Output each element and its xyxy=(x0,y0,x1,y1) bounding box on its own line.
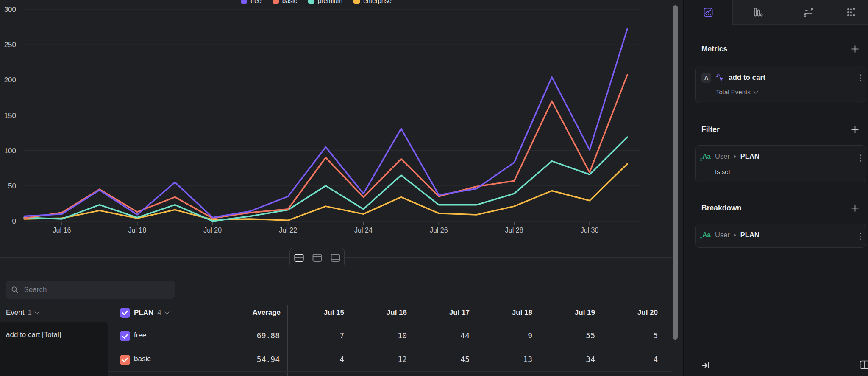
tab-more-charts[interactable] xyxy=(834,0,868,25)
date-column-header[interactable]: Jul 17 xyxy=(449,305,470,321)
row-value: 34 xyxy=(586,355,595,364)
check-icon xyxy=(120,331,130,341)
row-value: 12 xyxy=(398,355,407,364)
filter-scope: User xyxy=(715,152,730,160)
measure-label: Total Events xyxy=(716,88,751,95)
split-view-button[interactable] xyxy=(290,248,308,267)
breakdown-section-title: Breakdown xyxy=(701,204,741,213)
kebab-menu-icon[interactable] xyxy=(860,73,861,83)
table-row-basic: basic54.944124513344 xyxy=(0,348,683,372)
filter-card[interactable]: Aa User PLAN Is set xyxy=(695,145,866,182)
legend-item-enterprise[interactable]: enterprise xyxy=(353,0,392,4)
measure-dropdown[interactable]: Total Events xyxy=(716,88,757,95)
tab-line-chart[interactable] xyxy=(684,0,732,25)
x-axis-label: Jul 22 xyxy=(279,227,297,234)
date-column-headers: Jul 15Jul 16Jul 17Jul 18Jul 19Jul 20 xyxy=(0,305,683,321)
row-label: basic xyxy=(134,355,151,363)
string-property-icon: Aa xyxy=(702,153,710,160)
row-average: 69.88 xyxy=(257,331,280,340)
columns-layout-icon[interactable] xyxy=(860,360,868,370)
legend-label: free xyxy=(250,0,262,4)
plus-icon xyxy=(851,125,860,134)
legend-swatch xyxy=(273,0,279,4)
row-label: free xyxy=(134,331,146,340)
legend-item-free[interactable]: free xyxy=(241,0,262,4)
row-checkbox[interactable] xyxy=(120,331,130,341)
add-breakdown-button[interactable] xyxy=(851,204,860,214)
table-only-view-icon xyxy=(330,253,341,263)
y-axis-label: 250 xyxy=(4,41,16,49)
line-chart-icon xyxy=(703,7,713,17)
table-row-free: free69.88710449555 xyxy=(0,324,683,348)
split-view-icon xyxy=(293,253,305,263)
kebab-menu-icon[interactable] xyxy=(860,231,861,241)
kebab-menu-icon[interactable] xyxy=(860,153,861,163)
date-column-header[interactable]: Jul 19 xyxy=(575,305,595,321)
triangle-right-icon xyxy=(734,155,736,158)
metric-event-name: add to cart xyxy=(729,73,765,82)
flow-stream-icon xyxy=(803,7,814,17)
series-line-free xyxy=(24,29,627,218)
x-axis-label: Jul 20 xyxy=(203,227,222,234)
date-column-header[interactable]: Jul 16 xyxy=(387,305,407,321)
date-column-header[interactable]: Jul 20 xyxy=(637,305,658,321)
chart-only-view-button[interactable] xyxy=(308,248,326,267)
legend-label: enterprise xyxy=(363,0,392,4)
legend-item-premium[interactable]: premium xyxy=(308,0,342,4)
breakdown-card[interactable]: Aa User PLAN xyxy=(695,224,866,248)
filter-property: PLAN xyxy=(740,152,760,160)
grid-dots-icon xyxy=(846,7,856,17)
row-value: 9 xyxy=(528,331,532,340)
event-click-icon xyxy=(715,73,725,83)
row-value: 4 xyxy=(653,355,658,364)
filter-section-title: Filter xyxy=(701,125,720,134)
table-row-premium: premium33.0053235230 xyxy=(0,372,683,376)
y-axis-label: 50 xyxy=(8,182,16,190)
query-builder-sidebar: Metrics A add to cart Total Events Filte… xyxy=(683,0,868,376)
x-axis-label: Jul 30 xyxy=(581,227,599,234)
search-box xyxy=(6,281,175,299)
sidebar-tabbar xyxy=(684,0,868,25)
metric-badge: A xyxy=(701,73,711,83)
add-filter-button[interactable] xyxy=(851,125,860,136)
metrics-section-title: Metrics xyxy=(701,45,727,53)
chevron-down-icon xyxy=(753,89,758,93)
date-column-header[interactable]: Jul 18 xyxy=(512,305,532,321)
plus-icon xyxy=(851,45,860,53)
legend-swatch xyxy=(241,0,247,4)
y-axis-label: 200 xyxy=(4,76,16,84)
row-value: 4 xyxy=(339,355,344,364)
x-axis-label: Jul 26 xyxy=(430,227,448,234)
search-input[interactable] xyxy=(23,285,170,295)
row-value: 45 xyxy=(460,355,470,364)
main-area: 050100150200250300Jul 16Jul 18Jul 20Jul … xyxy=(0,0,683,376)
row-average: 54.94 xyxy=(257,355,280,364)
legend-swatch xyxy=(353,0,360,4)
row-value: 5 xyxy=(653,331,658,340)
y-axis-label: 100 xyxy=(4,147,16,155)
check-icon xyxy=(120,355,130,365)
row-value: 55 xyxy=(586,331,595,340)
row-value: 7 xyxy=(339,331,344,340)
tab-flow[interactable] xyxy=(783,0,834,25)
table-only-view-button[interactable] xyxy=(326,248,344,267)
chart-legend: freebasicpremiumenterprise xyxy=(241,0,392,5)
date-column-header[interactable]: Jul 15 xyxy=(324,305,344,321)
x-axis-label: Jul 28 xyxy=(505,227,523,234)
search-icon xyxy=(11,286,19,294)
filter-condition[interactable]: Is set xyxy=(715,168,730,175)
tab-bar-chart[interactable] xyxy=(732,0,783,25)
x-axis-label: Jul 16 xyxy=(53,227,71,234)
row-checkbox[interactable] xyxy=(120,355,130,365)
add-metric-button[interactable] xyxy=(851,45,860,55)
row-value: 44 xyxy=(460,331,470,340)
table-body: free69.88710449555basic54.944124513344pr… xyxy=(0,324,683,376)
metric-card[interactable]: A add to cart Total Events xyxy=(695,66,866,103)
vertical-scrollbar[interactable] xyxy=(673,5,678,340)
breakdown-property: PLAN xyxy=(740,231,760,239)
legend-item-basic[interactable]: basic xyxy=(273,0,297,4)
sidebar-bottom-bar xyxy=(684,354,868,376)
y-axis-label: 150 xyxy=(4,112,16,120)
app-root: 050100150200250300Jul 16Jul 18Jul 20Jul … xyxy=(0,0,868,376)
collapse-panel-icon[interactable] xyxy=(701,361,710,370)
